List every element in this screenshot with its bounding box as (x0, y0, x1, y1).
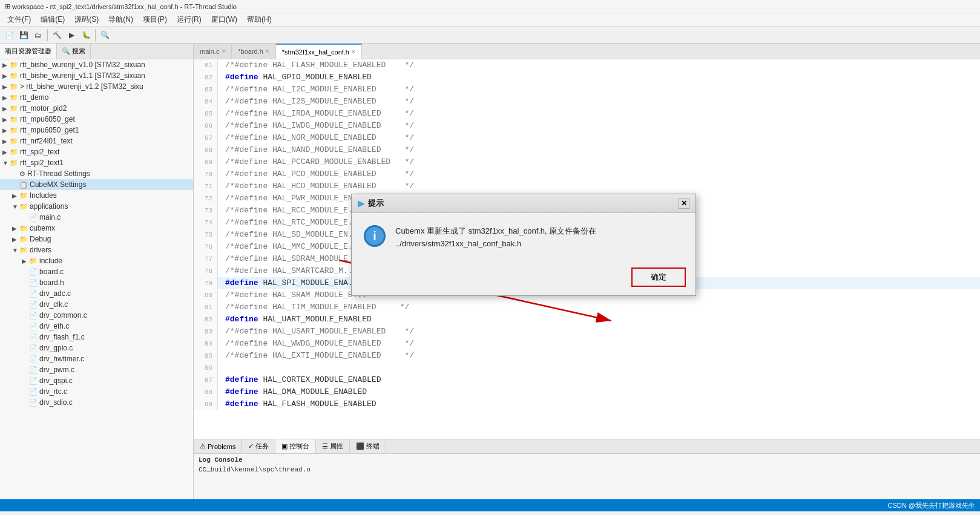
tree-item-1[interactable]: ▶📁rtt_bishe_wurenji_v1.1 [STM32_sixuan (0, 70, 193, 81)
code-line-68[interactable]: 68/*#define HAL_NAND_MODULE_ENABLED */ (194, 144, 980, 156)
editor-tab-close-0[interactable]: × (222, 48, 225, 54)
tree-item-9[interactable]: ▼📁rtt_spi2_text1 (0, 157, 193, 168)
tree-item-27[interactable]: 📄drv_hwtimer.c (0, 353, 193, 364)
code-line-85[interactable]: 85/*#define HAL_EXTI_MODULE_ENABLED */ (194, 350, 980, 362)
code-line-71[interactable]: 71/*#define HAL_HCD_MODULE_ENABLED */ (194, 180, 980, 192)
tree-item-25[interactable]: 📄drv_flash_f1.c (0, 332, 193, 343)
tree-icon-20: 📄 (29, 279, 38, 287)
dialog-body: i Cubemx 重新生成了 stm32f1xx_hal_conf.h, 原文件… (352, 213, 696, 261)
line-number-78: 78 (194, 265, 218, 277)
tree-icon-12: 📁 (19, 192, 28, 200)
tree-label-16: Debug (30, 235, 51, 243)
editor-tab-2[interactable]: *stm32f1xx_hal_conf.h× (276, 44, 362, 59)
tree-item-12[interactable]: ▶📁Includes (0, 190, 193, 201)
tree-item-14[interactable]: 📄main.c (0, 212, 193, 223)
editor-tab-0[interactable]: main.c× (194, 44, 232, 59)
tree-item-11[interactable]: 📋CubeMX Settings (0, 179, 193, 190)
tree-item-8[interactable]: ▶📁rtt_spi2_text (0, 146, 193, 157)
dialog-info-icon: i (364, 225, 386, 247)
tree-item-31[interactable]: 📄drv_sdio.c (0, 397, 193, 408)
tree-label-14: main.c (39, 213, 61, 221)
tree-item-22[interactable]: 📄drv_clk.c (0, 299, 193, 310)
build-btn[interactable]: 🔨 (50, 28, 64, 42)
code-line-81[interactable]: 81/*#define HAL_TIM_MODULE_ENABLED */ (194, 301, 980, 313)
tree-item-23[interactable]: 📄drv_common.c (0, 310, 193, 321)
tree-label-7: rtt_nrf24l01_text (20, 137, 73, 145)
tree-item-4[interactable]: ▶📁rtt_motor_pid2 (0, 103, 193, 114)
tree-item-19[interactable]: 📄board.c (0, 266, 193, 277)
dialog-close-button[interactable]: ✕ (679, 198, 689, 209)
tree-item-3[interactable]: ▶📁rtt_demo (0, 92, 193, 103)
dialog-ok-button[interactable]: 确定 (631, 267, 686, 287)
code-line-66[interactable]: 66/*#define HAL_IWDG_MODULE_ENABLED */ (194, 120, 980, 132)
code-line-70[interactable]: 70/*#define HAL_PCD_MODULE_ENABLED */ (194, 168, 980, 180)
code-line-88[interactable]: 88#define HAL_DMA_MODULE_ENABLED (194, 386, 980, 398)
code-line-84[interactable]: 84/*#define HAL_WWDG_MODULE_ENABLED */ (194, 338, 980, 350)
code-line-62[interactable]: 62#define HAL_GPIO_MODULE_ENABLED (194, 71, 980, 84)
tree-item-24[interactable]: 📄drv_eth.c (0, 321, 193, 332)
tree-label-30: drv_rtc.c (39, 387, 67, 396)
bottom-tab-2[interactable]: ▣ 控制台 (275, 439, 316, 453)
line-number-83: 83 (194, 326, 218, 338)
code-line-82[interactable]: 82#define HAL_UART_MODULE_ENABLED (194, 313, 980, 326)
tree-arrow-5: ▶ (2, 116, 10, 123)
tree-item-6[interactable]: ▶📁rtt_mpu6050_get1 (0, 125, 193, 136)
code-line-67[interactable]: 67/*#define HAL_NOR_MODULE_ENABLED */ (194, 132, 980, 144)
code-line-64[interactable]: 64/*#define HAL_I2S_MODULE_ENABLED */ (194, 96, 980, 108)
menu-item-r[interactable]: 运行(R) (172, 13, 206, 26)
tree-item-18[interactable]: ▶📁include (0, 255, 193, 266)
editor-tab-close-2[interactable]: × (352, 48, 355, 55)
tree-item-26[interactable]: 📄drv_gpio.c (0, 343, 193, 353)
sidebar-tab-search[interactable]: 🔍 搜索 (57, 44, 91, 59)
code-line-69[interactable]: 69/*#define HAL_PCCARD_MODULE_ENABLED */ (194, 156, 980, 168)
tree-item-29[interactable]: 📄drv_qspi.c (0, 375, 193, 386)
tree-item-5[interactable]: ▶📁rtt_mpu6050_get (0, 114, 193, 125)
save-all-btn[interactable]: 🗂 (31, 28, 45, 42)
tree-item-2[interactable]: ▶📁> rtt_bishe_wurenji_v1.2 [STM32_sixu (0, 81, 193, 92)
editor-tab-1[interactable]: *board.h× (232, 44, 275, 59)
bottom-tab-3[interactable]: ☰ 属性 (316, 439, 350, 453)
code-line-89[interactable]: 89#define HAL_FLASH_MODULE_ENABLED (194, 398, 980, 410)
tree-icon-29: 📄 (29, 377, 38, 385)
menu-item-h[interactable]: 帮助(H) (242, 13, 277, 26)
menu-item-e[interactable]: 编辑(E) (36, 13, 70, 26)
code-line-86[interactable]: 86 (194, 362, 980, 374)
tree-item-13[interactable]: ▼📁applications (0, 201, 193, 212)
line-number-86: 86 (194, 362, 218, 374)
code-line-83[interactable]: 83/*#define HAL_USART_MODULE_ENABLED */ (194, 326, 980, 338)
menu-item-w[interactable]: 窗口(W) (206, 13, 242, 26)
tree-item-20[interactable]: 📄board.h (0, 277, 193, 288)
bottom-tab-4[interactable]: ⬛ 终端 (350, 439, 386, 453)
tree-indent-25 (2, 333, 22, 341)
menu-item-p[interactable]: 项目(P) (138, 13, 172, 26)
tree-item-10[interactable]: ⚙RT-Thread Settings (0, 168, 193, 179)
menu-item-s[interactable]: 源码(S) (70, 13, 104, 26)
run-btn[interactable]: ▶ (65, 28, 78, 42)
tree-item-21[interactable]: 📄drv_adc.c (0, 288, 193, 299)
menu-item-f[interactable]: 文件(F) (2, 13, 36, 26)
menu-item-n[interactable]: 导航(N) (104, 13, 138, 26)
tree-item-16[interactable]: ▶📁Debug (0, 234, 193, 244)
tree-item-7[interactable]: ▶📁rtt_nrf24l01_text (0, 136, 193, 146)
sidebar-tab-project[interactable]: 项目资源管理器 (0, 44, 57, 59)
tree-item-28[interactable]: 📄drv_pwm.c (0, 364, 193, 375)
code-line-61[interactable]: 61/*#define HAL_FLASH_MODULE_ENABLED */ (194, 59, 980, 71)
code-line-65[interactable]: 65/*#define HAL_IRDA_MODULE_ENABLED */ (194, 108, 980, 120)
bottom-tab-1[interactable]: ✓ 任务 (242, 439, 275, 453)
search-btn[interactable]: 🔍 (98, 28, 111, 42)
tree-item-30[interactable]: 📄drv_rtc.c (0, 386, 193, 397)
tree-arrow-6: ▶ (2, 127, 10, 134)
tree-item-17[interactable]: ▼📁drivers (0, 244, 193, 255)
editor-tab-close-1[interactable]: × (266, 48, 269, 54)
bottom-tab-0[interactable]: ⚠ Problems (194, 439, 242, 453)
code-line-63[interactable]: 63/*#define HAL_I2C_MODULE_ENABLED */ (194, 84, 980, 96)
tree-icon-4: 📁 (10, 105, 18, 113)
title-icon: ⊞ (5, 2, 10, 10)
save-btn[interactable]: 💾 (17, 28, 30, 42)
debug-btn[interactable]: 🐛 (79, 28, 93, 42)
tree-label-21: drv_adc.c (39, 289, 71, 298)
tree-item-0[interactable]: ▶📁rtt_bishe_wurenji_v1.0 [STM32_sixuan (0, 59, 193, 70)
tree-item-15[interactable]: ▶📁cubemx (0, 223, 193, 234)
code-line-87[interactable]: 87#define HAL_CORTEX_MODULE_ENABLED (194, 374, 980, 386)
new-btn[interactable]: 📄 (2, 28, 16, 42)
